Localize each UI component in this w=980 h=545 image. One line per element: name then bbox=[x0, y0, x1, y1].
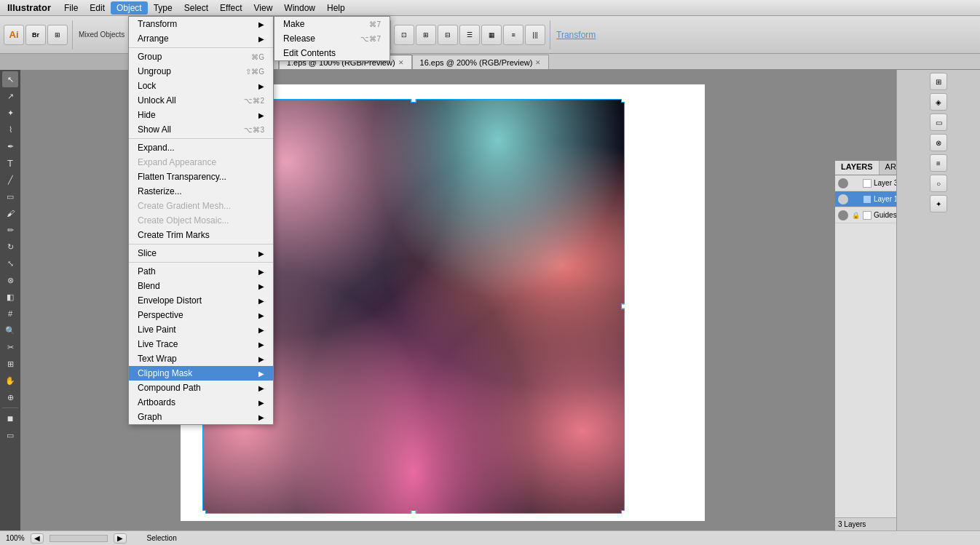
zoom-slider[interactable] bbox=[50, 535, 108, 542]
menu-show-all[interactable]: Show All ⌥⌘3 bbox=[129, 122, 273, 137]
handle-tr[interactable] bbox=[621, 99, 625, 103]
handle-bl[interactable] bbox=[202, 510, 206, 514]
selection-tool[interactable]: ↖ bbox=[2, 71, 18, 87]
lasso-tool[interactable]: ⌇ bbox=[2, 122, 18, 138]
screen-mode-btn[interactable]: ▭ bbox=[2, 427, 18, 443]
type-tool[interactable]: T bbox=[2, 155, 18, 171]
transform-points-btn[interactable]: ⊡ bbox=[394, 25, 414, 45]
submenu-release[interactable]: Release ⌥⌘7 bbox=[274, 31, 390, 46]
fill-stroke-btn[interactable]: ■ bbox=[2, 410, 18, 426]
menu-type[interactable]: Type bbox=[148, 1, 178, 15]
bridge-btn[interactable]: Br bbox=[25, 25, 46, 45]
blend-tool[interactable]: ⊗ bbox=[2, 272, 18, 288]
tab-close-1[interactable]: ✕ bbox=[398, 59, 404, 66]
menu-select[interactable]: Select bbox=[178, 1, 214, 15]
zoom-in-btn[interactable]: ▶ bbox=[114, 533, 127, 544]
submenu-make[interactable]: Make ⌘7 bbox=[274, 17, 390, 31]
ai-logo-btn[interactable]: Ai bbox=[4, 25, 24, 45]
menu-view[interactable]: View bbox=[248, 1, 279, 15]
scissors-tool[interactable]: ✂ bbox=[2, 339, 18, 355]
menu-graph[interactable]: Graph ▶ bbox=[129, 410, 273, 424]
menu-edit[interactable]: Edit bbox=[84, 1, 111, 15]
guides-lock[interactable]: 🔒 bbox=[850, 210, 861, 220]
menu-ungroup[interactable]: Ungroup ⇧⌘G bbox=[129, 64, 273, 79]
handle-bm[interactable] bbox=[411, 510, 416, 514]
toolbar-transform-section: ⊡ ⊞ ⊟ ☰ ▦ ≡ ||| bbox=[394, 20, 550, 49]
pen-tool[interactable]: ✒ bbox=[2, 138, 18, 154]
right-tool-7[interactable]: ✦ bbox=[930, 195, 947, 212]
menu-live-paint[interactable]: Live Paint ▶ bbox=[129, 322, 273, 337]
stroke-btn[interactable]: ||| bbox=[525, 25, 545, 45]
gradient-tool[interactable]: ◧ bbox=[2, 289, 18, 305]
brush-btn[interactable]: ≡ bbox=[503, 25, 523, 45]
guides-visibility[interactable] bbox=[838, 210, 848, 220]
tool-label: Selection bbox=[147, 534, 177, 542]
device-central-btn[interactable]: ⊞ bbox=[47, 25, 68, 45]
handle-br[interactable] bbox=[621, 510, 625, 514]
paintbrush-tool[interactable]: 🖌 bbox=[2, 205, 18, 221]
menu-hide[interactable]: Hide ▶ bbox=[129, 108, 273, 122]
menu-file[interactable]: File bbox=[58, 1, 84, 15]
magic-wand-tool[interactable]: ✦ bbox=[2, 105, 18, 121]
layer1-lock[interactable] bbox=[850, 194, 861, 204]
right-tool-3[interactable]: ▭ bbox=[930, 114, 947, 131]
align-btn[interactable]: ⊟ bbox=[438, 25, 458, 45]
right-tool-6[interactable]: ○ bbox=[930, 175, 947, 192]
pencil-tool[interactable]: ✏ bbox=[2, 222, 18, 238]
menu-help[interactable]: Help bbox=[321, 1, 351, 15]
hand-tool[interactable]: ✋ bbox=[2, 373, 18, 389]
menu-window[interactable]: Window bbox=[278, 1, 321, 15]
menu-group[interactable]: Group ⌘G bbox=[129, 49, 273, 64]
zoom-out-btn[interactable]: ◀ bbox=[31, 533, 44, 544]
right-tool-1[interactable]: ⊞ bbox=[930, 73, 947, 90]
menu-compound-path[interactable]: Compound Path ▶ bbox=[129, 381, 273, 395]
app-name: Illustrator bbox=[0, 2, 58, 13]
right-tool-4[interactable]: ⊗ bbox=[930, 134, 947, 151]
menu-blend[interactable]: Blend ▶ bbox=[129, 279, 273, 293]
right-tool-5[interactable]: ≡ bbox=[930, 154, 947, 172]
menu-object[interactable]: Object bbox=[111, 1, 148, 15]
handle-mr[interactable] bbox=[621, 304, 625, 309]
arrange-btn[interactable]: ☰ bbox=[459, 25, 480, 45]
menu-path[interactable]: Path ▶ bbox=[129, 264, 273, 279]
submenu-edit-contents[interactable]: Edit Contents bbox=[274, 46, 390, 60]
handle-tm[interactable] bbox=[411, 99, 416, 103]
menu-transform[interactable]: Transform ▶ bbox=[129, 17, 273, 31]
menu-arrange[interactable]: Arrange ▶ bbox=[129, 31, 273, 46]
right-tool-2[interactable]: ◈ bbox=[930, 93, 947, 111]
artboard-tool[interactable]: ⊞ bbox=[2, 356, 18, 372]
menu-perspective[interactable]: Perspective ▶ bbox=[129, 308, 273, 322]
layer3-visibility[interactable] bbox=[838, 178, 848, 188]
layer3-lock[interactable] bbox=[850, 178, 861, 188]
menu-object-mosaic: Create Object Mosaic... bbox=[129, 213, 273, 228]
menu-trim-marks[interactable]: Create Trim Marks bbox=[129, 228, 273, 242]
rotate-tool[interactable]: ↻ bbox=[2, 239, 18, 255]
layers-tab[interactable]: LAYERS bbox=[835, 161, 880, 175]
transform-link[interactable]: Transform bbox=[556, 30, 596, 40]
zoom-tool[interactable]: ⊕ bbox=[2, 389, 18, 405]
menu-artboards[interactable]: Artboards ▶ bbox=[129, 395, 273, 410]
mesh-tool[interactable]: # bbox=[2, 306, 18, 322]
line-tool[interactable]: ╱ bbox=[2, 172, 18, 188]
layer1-visibility[interactable] bbox=[838, 194, 848, 204]
menu-unlock-all[interactable]: Unlock All ⌥⌘2 bbox=[129, 93, 273, 108]
menu-envelope-distort[interactable]: Envelope Distort ▶ bbox=[129, 293, 273, 308]
eyedropper-tool[interactable]: 🔍 bbox=[2, 322, 18, 338]
menu-rasterize[interactable]: Rasterize... bbox=[129, 184, 273, 199]
menu-flatten[interactable]: Flatten Transparency... bbox=[129, 170, 273, 184]
statusbar: 100% ◀ ▶ Selection bbox=[0, 530, 980, 545]
chart-btn[interactable]: ▦ bbox=[481, 25, 502, 45]
tab-close-2[interactable]: ✕ bbox=[535, 59, 541, 66]
menu-live-trace[interactable]: Live Trace ▶ bbox=[129, 337, 273, 351]
menu-effect[interactable]: Effect bbox=[214, 1, 248, 15]
menu-slice[interactable]: Slice ▶ bbox=[129, 246, 273, 260]
rect-tool[interactable]: ▭ bbox=[2, 188, 18, 204]
tab-16eps[interactable]: 16.eps @ 200% (RGB/Preview) ✕ bbox=[412, 55, 550, 69]
transform-scale-btn[interactable]: ⊞ bbox=[416, 25, 436, 45]
menu-clipping-mask[interactable]: Clipping Mask ▶ bbox=[129, 366, 273, 381]
menu-lock[interactable]: Lock ▶ bbox=[129, 79, 273, 93]
scale-tool[interactable]: ⤡ bbox=[2, 255, 18, 271]
menu-expand[interactable]: Expand... bbox=[129, 140, 273, 155]
direct-selection-tool[interactable]: ↗ bbox=[2, 88, 18, 104]
menu-text-wrap[interactable]: Text Wrap ▶ bbox=[129, 351, 273, 366]
